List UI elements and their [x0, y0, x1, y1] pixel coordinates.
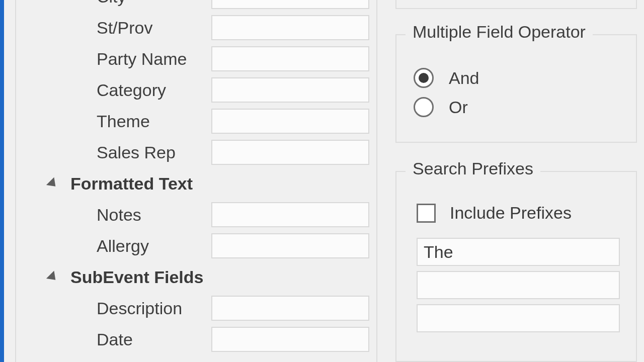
input-allergy[interactable] [211, 233, 369, 258]
groupbox-title-operator: Multiple Field Operator [406, 22, 593, 42]
group-title-formatted-text: Formatted Text [70, 174, 193, 194]
chevron-down-icon [46, 177, 59, 190]
group-header-subevent-fields[interactable]: SubEvent Fields [16, 261, 376, 293]
input-category[interactable] [211, 77, 369, 103]
field-row-salesrep: Sales Rep [16, 137, 376, 168]
prefix-input-1[interactable] [417, 238, 620, 266]
label-description: Description [16, 299, 211, 318]
label-allergy: Allergy [16, 236, 211, 256]
field-row-category: Category [16, 74, 376, 106]
radio-label-or: Or [449, 98, 468, 117]
radio-row-or[interactable]: Or [396, 93, 636, 122]
label-salesrep: Sales Rep [16, 143, 211, 162]
include-prefixes-row[interactable]: Include Prefixes [417, 203, 621, 223]
field-row-stprov: St/Prov [16, 12, 376, 43]
prefix-input-3[interactable] [417, 304, 620, 332]
label-partyname: Party Name [16, 49, 211, 69]
field-row-theme: Theme [16, 106, 376, 137]
groupbox-title-prefixes: Search Prefixes [406, 159, 540, 178]
label-notes: Notes [16, 205, 211, 225]
group-title-subevent-fields: SubEvent Fields [70, 267, 204, 287]
input-city[interactable] [211, 0, 369, 9]
prefixes-inner: Include Prefixes [396, 172, 636, 332]
field-row-notes: Notes [16, 199, 376, 230]
groupbox-multiple-field-operator: Multiple Field Operator And Or [395, 34, 637, 143]
input-notes[interactable] [211, 202, 369, 227]
label-category: Category [16, 80, 211, 100]
operator-radio-group: And Or [396, 35, 636, 122]
field-list-panel: City St/Prov Party Name Category Theme S… [15, 0, 377, 362]
radio-or[interactable] [414, 97, 434, 117]
field-row-partyname: Party Name [16, 43, 376, 74]
label-include-prefixes: Include Prefixes [450, 203, 572, 223]
label-stprov: St/Prov [16, 18, 211, 38]
radio-row-and[interactable]: And [396, 63, 636, 93]
prefix-input-2[interactable] [417, 271, 620, 299]
checkbox-include-prefixes[interactable] [417, 204, 436, 223]
input-theme[interactable] [211, 109, 369, 134]
field-row-city: City [16, 0, 376, 12]
label-theme: Theme [16, 112, 211, 131]
field-row-allergy: Allergy [16, 230, 376, 261]
field-row-date: Date [16, 324, 376, 355]
label-date: Date [16, 330, 211, 349]
upper-groupbox-fragment [395, 0, 637, 9]
chevron-down-icon [46, 270, 59, 284]
input-description[interactable] [211, 296, 369, 321]
content-area: City St/Prov Party Name Category Theme S… [4, 0, 644, 362]
input-partyname[interactable] [211, 46, 369, 71]
groupbox-search-prefixes: Search Prefixes Include Prefixes [395, 171, 637, 362]
input-date[interactable] [211, 327, 369, 352]
radio-and[interactable] [414, 68, 434, 88]
radio-label-and: And [449, 68, 479, 88]
input-salesrep[interactable] [211, 140, 369, 165]
window-frame: City St/Prov Party Name Category Theme S… [0, 0, 644, 362]
label-city: City [16, 0, 211, 7]
group-header-formatted-text[interactable]: Formatted Text [16, 168, 376, 199]
field-row-description: Description [16, 293, 376, 324]
input-stprov[interactable] [211, 15, 369, 40]
